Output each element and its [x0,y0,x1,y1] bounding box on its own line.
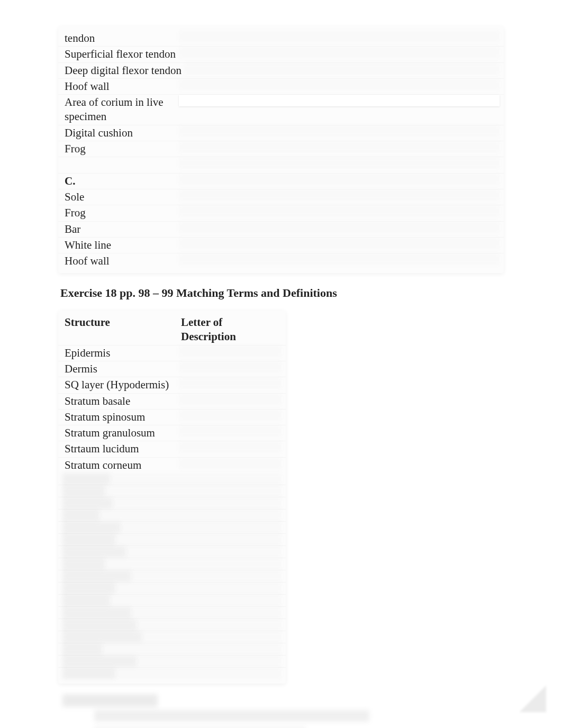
table-row-blurred [58,631,286,643]
table-row-blurred [58,643,286,656]
matching-table-block: Structure Letter of Description Epidermi… [58,311,286,684]
blurred-label [62,546,126,558]
blurred-label [62,485,105,497]
blurred-label [62,522,121,533]
structure-label: Stratum basale [62,394,179,409]
blurred-label [62,631,142,643]
blurred-label [62,497,113,509]
blurred-answer-line [94,726,306,728]
blurred-cell [179,238,500,249]
blurred-label [62,643,102,655]
table-row-blurred [58,607,286,619]
table-row-blurred [58,546,286,558]
blurred-label [62,607,131,618]
blurred-cell [179,31,500,42]
structure-label: Stratum corneum [62,458,179,473]
list-item: Frog [58,205,504,221]
structure-label: SQ layer (Hypodermis) [62,377,179,393]
blurred-cell [184,63,500,75]
blurred-cell [105,485,282,497]
blurred-cell [121,522,282,533]
item-label: Bar [62,222,179,237]
blurred-cell [179,458,282,469]
item-label: Area of corium in live specimen [62,95,179,125]
blurred-cell [179,253,500,265]
blurred-cell [179,410,282,421]
list-item: Superficial flexor tendon [58,47,504,62]
list-a-block: tendon Superficial flexor tendon Deep di… [58,26,504,273]
list-item: Frog [58,141,504,157]
table-row: Stratum granulosum [58,425,286,441]
table-header-row: Structure Letter of Description [58,315,286,345]
blurred-cell [179,345,282,357]
table-row: Epidermis [58,345,286,361]
list-item: Bar [58,222,504,238]
blurred-cell [110,595,282,606]
item-label: Hoof wall [62,79,179,94]
blurred-cell [179,441,282,453]
blurred-cell [137,656,282,667]
header-description: Letter of Description [179,315,282,345]
table-row-blurred [58,570,286,583]
blurred-cell [179,425,282,437]
blurred-heading [62,694,158,707]
blurred-cell [99,509,282,521]
table-row-blurred [58,473,286,485]
blurred-cell [113,497,282,509]
table-row-blurred [58,485,286,497]
table-row: Stratum basale [58,394,286,410]
structure-label: Epidermis [62,345,179,361]
table-row-blurred [58,534,286,546]
item-label: Frog [62,141,179,157]
table-row-blurred [58,522,286,534]
empty-row [58,157,504,173]
structure-label: Dermis [62,361,179,377]
blurred-cell [179,394,282,405]
structure-label: Strtaum lucidum [62,441,179,457]
blurred-cell [115,668,282,679]
item-label: White line [62,238,179,253]
structure-label: Stratum spinosum [62,410,179,425]
blurred-label [62,595,110,606]
blurred-cell [131,570,282,582]
list-item: Deep digital flexor tendon [58,63,504,79]
item-label: Digital cushion [62,125,179,141]
list-item: Area of corium in live specimen [58,95,504,125]
table-row-blurred [58,656,286,668]
blurred-cell [179,157,500,169]
list-item: Hoof wall [58,79,504,95]
table-row: Stratum spinosum [58,410,286,425]
blurred-cell [137,619,282,631]
blurred-cell [179,125,500,137]
blurred-cell [179,361,282,373]
table-row-blurred [58,668,286,679]
blurred-cell [179,189,500,201]
page-corner-fold [520,686,546,712]
blurred-cell [105,558,282,570]
blurred-label [62,656,137,667]
table-row-blurred [58,619,286,631]
list-item: tendon [58,31,504,47]
blurred-cell [131,607,282,618]
blurred-label [62,583,115,594]
table-row-blurred [58,558,286,570]
blurred-cell [179,47,500,58]
item-label: Deep digital flexor tendon [62,63,184,78]
table-row-blurred [58,595,286,607]
item-label: Sole [62,189,179,205]
blurred-cell [179,222,500,233]
item-label: tendon [62,31,179,46]
list-item: Sole [58,189,504,205]
blurred-label [62,534,115,545]
blurred-label [62,619,137,631]
item-label: Superficial flexor tendon [62,47,179,62]
section-c-label-row: C. [58,174,504,189]
list-item: White line [58,238,504,253]
table-row: Dermis [58,361,286,377]
blurred-cell [179,377,282,389]
blurred-cell [179,79,500,90]
blurred-label [62,668,115,679]
list-item: Digital cushion [58,125,504,141]
table-row-blurred [58,583,286,595]
blurred-cell [179,174,500,185]
